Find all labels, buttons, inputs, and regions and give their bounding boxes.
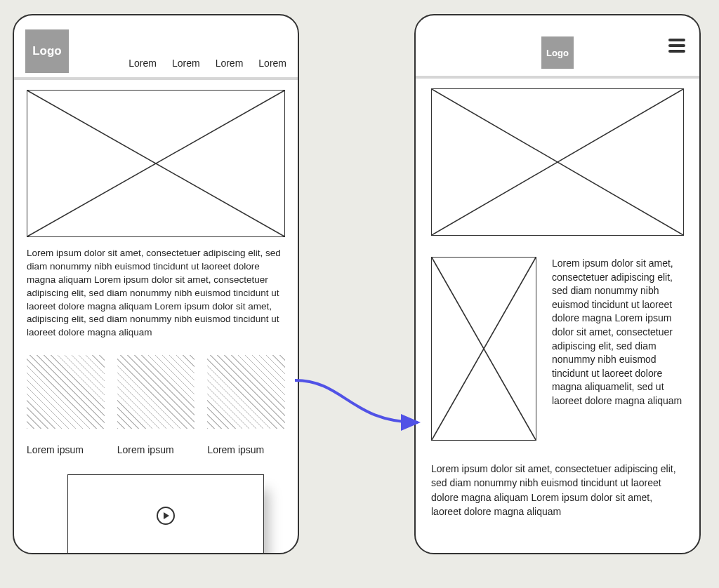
paragraph-b-right: Lorem ipsum dolor sit amet, consectetuer… bbox=[552, 257, 684, 441]
thumb-label-2: Lorem ipsum bbox=[207, 444, 285, 455]
nav-a: Lorem Lorem Lorem Lorem bbox=[128, 58, 286, 73]
header-b: Logo bbox=[416, 15, 699, 76]
thumb-label-0: Lorem ipsum bbox=[27, 444, 105, 455]
hero-image-placeholder-a bbox=[27, 90, 285, 237]
body-a: Lorem ipsum dolor sit amet, consectetuer… bbox=[14, 80, 298, 455]
nav-item-2[interactable]: Lorem bbox=[216, 58, 244, 69]
split-row: Lorem ipsum dolor sit amet, consectetuer… bbox=[431, 257, 684, 441]
nav-item-1[interactable]: Lorem bbox=[172, 58, 200, 69]
thumb-1[interactable]: Lorem ipsum bbox=[117, 355, 195, 455]
nav-item-3[interactable]: Lorem bbox=[258, 58, 286, 69]
thumb-row: Lorem ipsum Lorem ipsum Lorem ipsum bbox=[27, 355, 285, 455]
logo-text-b: Logo bbox=[546, 48, 569, 58]
thumb-image-1 bbox=[117, 355, 195, 429]
paragraph-a: Lorem ipsum dolor sit amet, consectetuer… bbox=[27, 247, 285, 340]
thumb-2[interactable]: Lorem ipsum bbox=[207, 355, 285, 455]
body-b: Lorem ipsum dolor sit amet, consectetuer… bbox=[416, 79, 699, 519]
logo-a: Logo bbox=[25, 29, 69, 73]
play-icon bbox=[157, 507, 175, 525]
device-frame-b: Logo Lorem ipsum dolor sit amet, consect… bbox=[414, 14, 701, 554]
thumb-image-0 bbox=[27, 355, 105, 429]
logo-b: Logo bbox=[541, 36, 574, 69]
nav-item-0[interactable]: Lorem bbox=[128, 58, 157, 69]
video-placeholder[interactable] bbox=[67, 474, 264, 554]
paragraph-b-below: Lorem ipsum dolor sit amet, consectetuer… bbox=[431, 462, 684, 519]
hero-image-placeholder-b bbox=[431, 88, 684, 236]
thumb-label-1: Lorem ipsum bbox=[117, 444, 195, 455]
logo-text: Logo bbox=[32, 44, 62, 58]
device-frame-a: Logo Lorem Lorem Lorem Lorem Lorem ipsum… bbox=[13, 14, 299, 554]
hamburger-icon[interactable] bbox=[668, 36, 685, 55]
thumb-image-2 bbox=[207, 355, 285, 429]
thumb-0[interactable]: Lorem ipsum bbox=[27, 355, 105, 455]
side-image-placeholder bbox=[431, 257, 536, 441]
header-a: Logo Lorem Lorem Lorem Lorem bbox=[14, 15, 298, 77]
